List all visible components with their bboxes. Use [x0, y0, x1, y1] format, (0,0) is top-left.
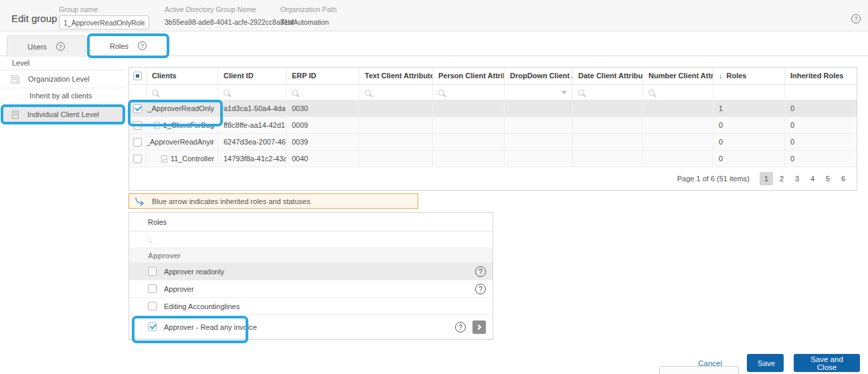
page-title: Edit group — [11, 13, 57, 24]
role-label: Approver readonly — [164, 268, 224, 276]
client-type-icon — [154, 122, 160, 129]
inherited-roles-cell: 0 — [785, 134, 857, 151]
roles-filter-row[interactable] — [129, 231, 493, 248]
role-checkbox[interactable] — [148, 302, 157, 310]
pagination-summary: Page 1 of 6 (51 items) — [677, 175, 750, 183]
org-path-field-group: Organization Path TestAutomation — [280, 0, 337, 26]
search-icon — [648, 90, 655, 96]
column-header-number-attr[interactable]: Number Client Attrib... — [643, 68, 713, 85]
page-button[interactable]: 1 — [760, 172, 773, 185]
roles-count-cell: 0 — [713, 151, 785, 167]
search-icon — [152, 90, 158, 96]
org-path-label: Organization Path — [280, 5, 337, 13]
tab-roles-help-icon[interactable]: ? — [138, 41, 147, 50]
role-item[interactable]: Approver ? — [129, 280, 493, 298]
role-help-icon[interactable]: ? — [455, 322, 466, 333]
roles-panel-title: Roles — [129, 213, 493, 231]
client-id-cell: a1d3ca1-50a4-4dab-... — [218, 100, 286, 117]
filter-text-attr[interactable] — [359, 85, 433, 100]
save-button[interactable]: Save — [747, 354, 784, 372]
column-header-roles[interactable]: ↓Roles — [713, 68, 785, 85]
row-checkbox[interactable] — [133, 121, 142, 130]
cancel-button[interactable]: Cancel — [698, 359, 722, 367]
clients-table: Clients Client ID ERP ID Text Client Att… — [128, 67, 857, 191]
tab-users-label: Users — [27, 43, 47, 51]
column-header-client-id[interactable]: Client ID — [218, 68, 286, 85]
tab-users-help-icon[interactable]: ? — [56, 42, 65, 51]
group-name-input[interactable] — [59, 15, 149, 29]
sidebar-item-organization-level[interactable]: Organization Level — [0, 70, 126, 88]
role-item[interactable]: Editing Accountinglines — [129, 298, 493, 315]
erp-id-cell: 0030 — [286, 100, 359, 117]
save-and-close-button[interactable]: Save and Close — [794, 354, 860, 372]
roles-list: Approver readonly ? Approver ? Editing A… — [129, 263, 493, 339]
erp-id-cell: 0039 — [286, 134, 359, 151]
level-heading: Level — [0, 56, 126, 70]
search-icon — [438, 90, 444, 96]
role-item[interactable]: Approver readonly ? — [129, 263, 493, 280]
row-checkbox[interactable] — [133, 155, 142, 163]
row-checkbox[interactable] — [133, 138, 142, 147]
page-button[interactable]: 2 — [775, 172, 788, 185]
ad-group-value: 3b55ea98-ade8-4041-acfe-2922cc8a81bf — [165, 18, 294, 26]
client-name: 10_ApproverReadAnyir — [147, 138, 214, 146]
filter-dropdown-attr[interactable] — [505, 85, 573, 100]
page-button[interactable]: 5 — [821, 172, 835, 185]
column-header-clients[interactable]: Clients — [147, 68, 218, 85]
roles-panel: Roles Approver Approver readonly ? Appro… — [128, 212, 493, 340]
role-detail-button[interactable] — [472, 320, 486, 334]
sidebar-item-inherit-all-clients[interactable]: Inherit by all clients — [0, 88, 126, 104]
role-label: Approver - Read any invoice — [164, 323, 257, 331]
role-checkbox[interactable] — [148, 322, 157, 331]
column-header-date-attr[interactable]: Date Client Attribute — [573, 68, 643, 85]
row-checkbox[interactable] — [133, 104, 142, 113]
client-name: 11_Controller — [171, 155, 214, 163]
tab-users[interactable]: Users ? — [7, 35, 86, 57]
filter-person-attr[interactable] — [433, 85, 505, 100]
pagination-pages: 123456 — [760, 172, 850, 185]
erp-id-cell: 0040 — [286, 151, 359, 167]
filter-date-attr[interactable] — [573, 85, 643, 100]
role-help-icon[interactable]: ? — [475, 284, 486, 294]
page-button[interactable]: 3 — [790, 172, 804, 185]
role-checkbox[interactable] — [148, 267, 157, 276]
filter-erp-id[interactable] — [286, 85, 359, 100]
erp-id-cell: 0009 — [286, 117, 359, 134]
filter-client-id[interactable] — [218, 85, 286, 100]
note-text: Blue arrow indicates inherited roles and… — [152, 197, 311, 205]
sidebar-item-label: Inherit by all clients — [29, 92, 92, 100]
inherited-roles-cell: 0 — [785, 151, 857, 167]
chevron-down-icon — [561, 91, 567, 94]
table-filter-row — [129, 85, 857, 100]
select-all-checkbox[interactable] — [133, 72, 142, 80]
table-row[interactable]: 1_ApproverReadOnly a1d3ca1-50a4-4dab-...… — [129, 100, 857, 117]
table-header-row: Clients Client ID ERP ID Text Client Att… — [129, 68, 857, 85]
table-row[interactable]: 1_ClientForBug ff8c8ffe-aa14-42d1-b5... … — [129, 117, 857, 134]
role-label: Editing Accountinglines — [164, 302, 240, 310]
organization-icon — [11, 75, 20, 84]
filter-number-attr[interactable] — [643, 85, 713, 100]
role-item[interactable]: Approver - Read any invoice ? — [129, 315, 493, 339]
filter-clients[interactable] — [147, 85, 218, 100]
role-checkbox[interactable] — [148, 284, 157, 293]
page-button[interactable]: 6 — [837, 172, 850, 185]
roles-count-cell: 1 — [713, 100, 785, 117]
page-button[interactable]: 4 — [806, 172, 819, 185]
sidebar-item-individual-client-level[interactable]: Individual Client Level — [1, 104, 125, 124]
role-label: Approver — [164, 285, 194, 293]
page-help-icon[interactable]: ? — [851, 14, 861, 23]
role-help-icon[interactable]: ? — [475, 266, 486, 277]
table-row[interactable]: 10_ApproverReadAnyir 6247d3ea-2007-467c-… — [129, 134, 857, 151]
sort-descending-icon: ↓ — [719, 72, 723, 80]
group-name-label: Group name — [59, 5, 149, 13]
column-header-inherited-roles[interactable]: Inherited Roles — [785, 68, 857, 85]
tab-roles[interactable]: Roles ? — [87, 33, 169, 58]
pagination: Page 1 of 6 (51 items) 123456 — [129, 167, 857, 190]
column-header-dropdown-attr[interactable]: DropDown Client Att... — [505, 68, 573, 85]
column-header-person-attr[interactable]: Person Client Attribute — [433, 68, 505, 85]
column-header-erp-id[interactable]: ERP ID — [286, 68, 359, 85]
table-row[interactable]: 11_Controller 14793f8a-41c2-43ad-9... 00… — [129, 151, 857, 167]
search-icon — [578, 90, 584, 96]
column-header-text-attr[interactable]: Text Client Attribute — [359, 68, 433, 85]
tab-roles-label: Roles — [110, 42, 128, 50]
